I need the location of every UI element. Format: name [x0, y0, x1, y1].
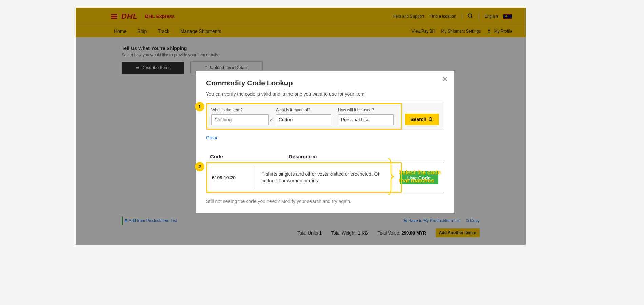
item-label: What is the item? [211, 108, 269, 113]
modal-subtitle: You can verify the code is valid and is … [206, 91, 444, 97]
annotation-text: Select the code that matches [399, 168, 441, 185]
field-made-of: What is it made of? [276, 108, 331, 125]
field-item: What is the item? ✓ [211, 108, 269, 125]
step-badge-1: 1 [195, 102, 204, 111]
modal-title: Commodity Code Lookup [206, 79, 444, 87]
svg-line-6 [431, 120, 432, 121]
step-badge-2: 2 [195, 162, 204, 171]
app-window: DHL DHL Express Help and Support Find a … [76, 8, 526, 245]
result-description: T-shirts singlets and other vests knitte… [255, 162, 397, 193]
made-input[interactable] [276, 114, 331, 125]
search-panel: What is the item? ✓ What is it made of? … [206, 103, 444, 130]
brace-icon [386, 158, 395, 195]
search-button[interactable]: Search [405, 114, 439, 125]
check-icon: ✓ [270, 117, 274, 122]
close-button[interactable] [441, 76, 448, 84]
svg-point-5 [429, 117, 432, 120]
made-label: What is it made of? [276, 108, 331, 113]
result-description-text: T-shirts singlets and other vests knitte… [262, 171, 390, 184]
not-seeing-text: Still not seeing the code you need? Modi… [206, 199, 444, 204]
annotation: Select the code that matches [386, 158, 441, 195]
clear-link[interactable]: Clear [206, 135, 217, 140]
used-label: How will it be used? [338, 108, 394, 113]
annotation-line2: that matches [399, 177, 441, 185]
result-code: 6109.10.20 [206, 162, 255, 193]
item-input[interactable] [211, 114, 269, 125]
annotation-line1: Select the code [399, 168, 441, 177]
field-used: How will it be used? [338, 108, 394, 125]
search-icon [428, 117, 434, 122]
search-button-label: Search [410, 117, 426, 122]
header-code: Code [206, 154, 289, 159]
used-input[interactable] [338, 114, 394, 125]
